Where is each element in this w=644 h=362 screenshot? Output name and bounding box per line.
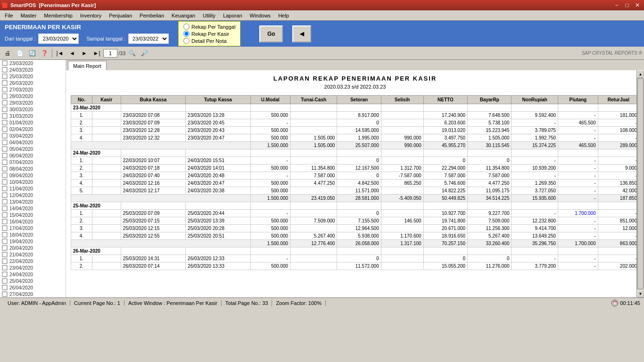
menu-windows[interactable]: Windows	[246, 11, 275, 20]
scroll-up-button[interactable]: ▲	[637, 70, 644, 78]
svg-rect-34	[2, 285, 7, 290]
sidebar-item-21-04[interactable]: 21/04/2020	[0, 251, 66, 258]
page-prev-button[interactable]: ◄	[66, 48, 78, 58]
radio-detail-nota[interactable]: Detail Per Nota	[183, 38, 235, 44]
sidebar-item-05-04[interactable]: 05/04/2020	[0, 146, 66, 152]
close-button[interactable]: ✕	[633, 1, 642, 9]
radio-rekap-tanggal[interactable]: Rekap Per Tanggal	[183, 24, 235, 30]
sidebar-item-17-04[interactable]: 17/04/2020	[0, 225, 66, 231]
menu-laporan[interactable]: Laporan	[219, 11, 246, 20]
sidebar-item-18-04[interactable]: 18/04/2020	[0, 231, 66, 238]
menu-pembelian[interactable]: Pembelian	[136, 11, 168, 20]
sidebar-item-25-03[interactable]: 25/03/2020	[0, 73, 66, 80]
sidebar-item-24-04[interactable]: 24/04/2020	[0, 271, 66, 278]
page-next-button[interactable]: ►	[79, 48, 90, 58]
sidebar-item-31-03[interactable]: 31/03/2020	[0, 113, 66, 119]
export-button[interactable]: 📄	[14, 48, 25, 58]
table-row: 2. 23/03/2020 07:0923/03/2020 20:45 - 0 …	[71, 119, 639, 127]
date-label-26mar: 26-Mar-2020	[71, 247, 121, 255]
sidebar-item-07-04[interactable]: 07/04/2020	[0, 159, 66, 165]
menu-file[interactable]: File	[1, 11, 17, 20]
sidebar-item-22-04[interactable]: 22/04/2020	[0, 258, 66, 264]
zoom-button[interactable]: 🔎	[139, 48, 150, 58]
sidebar-item-25-04[interactable]: 25/04/2020	[0, 278, 66, 284]
page-last-button[interactable]: ►|	[91, 48, 102, 58]
sidebar-item-28-03[interactable]: 28/03/2020	[0, 93, 66, 99]
menu-master[interactable]: Master	[17, 11, 41, 20]
sidebar-item-23-03[interactable]: 23/03/2020	[0, 60, 66, 66]
sampai-tanggal-select[interactable]: 23/03/2022	[128, 33, 169, 44]
menu-penjualan[interactable]: Penjualan	[105, 11, 136, 20]
refresh-button[interactable]: 🔄	[26, 48, 38, 58]
sidebar: 23/03/2020 24/03/2020 25/03/2020 26/03/2…	[0, 60, 66, 297]
sidebar-item-27-04[interactable]: 27/04/2020	[0, 291, 66, 297]
doc-icon-24	[2, 212, 8, 218]
scroll-down-button[interactable]: ▼	[637, 290, 644, 297]
sidebar-item-01-04[interactable]: 01/04/2020	[0, 119, 66, 126]
sidebar-item-23-04[interactable]: 23/04/2020	[0, 264, 66, 271]
back-button[interactable]: ◄	[292, 25, 311, 42]
doc-icon-2	[2, 67, 8, 73]
sidebar-item-13-04[interactable]: 13/04/2020	[0, 198, 66, 205]
tab-main-report[interactable]: Main Report	[68, 61, 107, 70]
sidebar-item-04-04[interactable]: 04/04/2020	[0, 139, 66, 146]
go-button[interactable]: Go	[259, 25, 283, 42]
sidebar-item-06-04[interactable]: 06/04/2020	[0, 152, 66, 159]
dari-label: Dari tanggal :	[5, 36, 35, 41]
print-button[interactable]: 🖨	[2, 48, 13, 58]
sidebar-item-19-04[interactable]: 19/04/2020	[0, 238, 66, 245]
col-netto: NETTO	[423, 96, 467, 104]
sidebar-item-15-04[interactable]: 15/04/2020	[0, 212, 66, 218]
sidebar-item-26-04[interactable]: 26/04/2020	[0, 284, 66, 291]
doc-icon-26	[2, 225, 8, 231]
table-row: 4. 25/03/2020 12:5525/03/2020 20:51 500.…	[71, 232, 639, 240]
sidebar-item-14-04[interactable]: 14/04/2020	[0, 205, 66, 212]
menu-keuangan[interactable]: Keuangan	[168, 11, 199, 20]
col-piutang: Piutang	[558, 96, 598, 104]
sidebar-item-12-04[interactable]: 12/04/2020	[0, 192, 66, 198]
sidebar-item-29-03[interactable]: 29/03/2020	[0, 99, 66, 106]
menu-bar: File Master Membership Inventory Penjual…	[0, 10, 644, 21]
radio-rekap-kasir[interactable]: Rekap Per Kasir	[183, 31, 235, 37]
minimize-button[interactable]: −	[612, 1, 621, 9]
clock-icon: ⏰	[611, 300, 618, 306]
sidebar-item-16-04[interactable]: 16/04/2020	[0, 218, 66, 225]
sidebar-item-08-04[interactable]: 08/04/2020	[0, 165, 66, 172]
scroll-thumb[interactable]	[637, 78, 644, 289]
zoom-label: Zoom Factor: 100%	[276, 300, 322, 306]
report-content[interactable]: LAPORAN REKAP PENERIMAAN PER KASIR 2020.…	[66, 70, 644, 297]
sidebar-item-11-04[interactable]: 11/04/2020	[0, 185, 66, 192]
svg-rect-23	[2, 213, 7, 217]
date-label-24mar: 24-Mar-2020	[71, 149, 121, 157]
crystal-label: SAP CRYSTAL REPORTS ®	[582, 50, 642, 56]
svg-rect-8	[2, 114, 7, 118]
menu-membership[interactable]: Membership	[40, 11, 76, 20]
sidebar-item-26-03[interactable]: 26/03/2020	[0, 80, 66, 86]
sidebar-item-24-03[interactable]: 24/03/2020	[0, 66, 66, 73]
menu-utility[interactable]: Utility	[199, 11, 219, 20]
page-number-input[interactable]	[103, 49, 117, 58]
sidebar-item-27-03[interactable]: 27/03/2020	[0, 86, 66, 93]
report-scrollbar[interactable]: ▲ ▼	[636, 70, 644, 297]
sidebar-item-20-04[interactable]: 20/04/2020	[0, 245, 66, 251]
page-first-button[interactable]: |◄	[54, 48, 66, 58]
help-button[interactable]: ❓	[39, 48, 50, 58]
status-user: User: ADMIN - AppAdmin	[4, 300, 70, 306]
menu-inventory[interactable]: Inventory	[76, 11, 105, 20]
search-button[interactable]: 🔍	[126, 48, 138, 58]
toolbar: 🖨 📄 🔄 ❓ |◄ ◄ ► ►| /33 🔍 🔎 SAP CRYSTAL RE…	[0, 47, 644, 60]
window-title: [Penerimaan Per Kasir]	[39, 2, 96, 8]
sidebar-item-03-04[interactable]: 03/04/2020	[0, 132, 66, 139]
sidebar-item-02-04[interactable]: 02/04/2020	[0, 126, 66, 132]
table-row: 1. 25/03/2020 07:0925/03/2020 20:44 - 0 …	[71, 210, 639, 217]
doc-icon-8	[2, 107, 8, 112]
dari-tanggal-select[interactable]: 23/03/2020	[38, 33, 79, 44]
title-bar-controls: − □ ✕	[612, 1, 642, 9]
sidebar-item-10-04[interactable]: 10/04/2020	[0, 179, 66, 185]
doc-icon-20	[2, 186, 8, 191]
menu-help[interactable]: Help	[274, 11, 293, 20]
svg-rect-18	[2, 180, 7, 184]
sidebar-item-30-03[interactable]: 30/03/2020	[0, 106, 66, 113]
maximize-button[interactable]: □	[622, 1, 632, 9]
sidebar-item-09-04[interactable]: 09/04/2020	[0, 172, 66, 179]
